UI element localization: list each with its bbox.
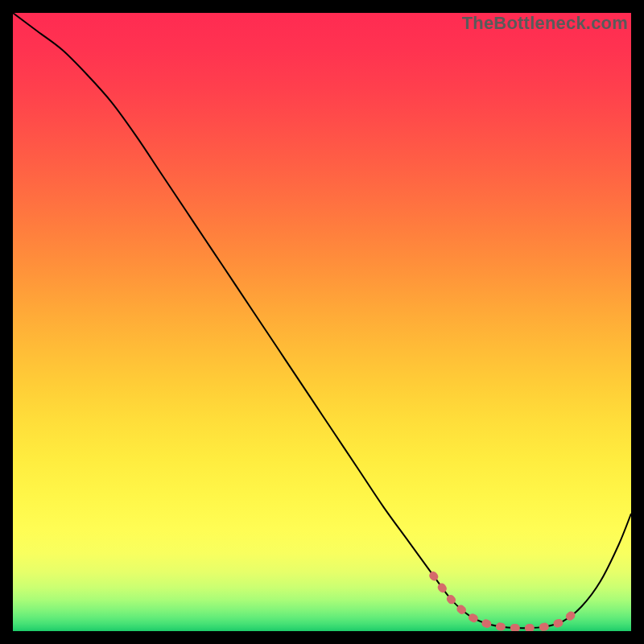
bottleneck-curve <box>13 13 631 628</box>
optimal-range-marker <box>433 576 576 628</box>
curve-layer <box>13 13 631 631</box>
plot-area: TheBottleneck.com <box>13 13 631 631</box>
chart-frame: TheBottleneck.com <box>0 0 644 644</box>
watermark-text: TheBottleneck.com <box>462 13 628 34</box>
